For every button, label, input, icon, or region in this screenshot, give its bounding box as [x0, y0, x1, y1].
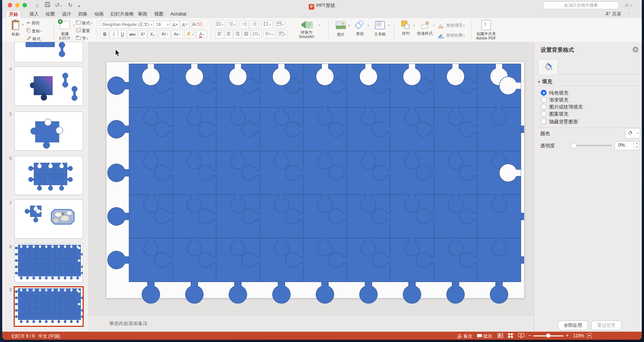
slide-thumbnail-7[interactable]	[14, 199, 83, 239]
apply-to-all-button[interactable]: 全部应用	[558, 321, 588, 330]
ribbon: ▾ 粘贴 ✂ 剪切 复制▾ 格式 + ▾ 新建幻灯片 版式▾ 重置 节▾ Den…	[2, 18, 642, 42]
clear-formatting-button[interactable]: A⌫	[192, 20, 202, 29]
comments-toggle-button[interactable]: 批注	[477, 333, 492, 339]
tab-home[interactable]: 开始	[6, 10, 21, 18]
tab-design[interactable]: 设计	[60, 10, 73, 18]
justify-button[interactable]	[242, 30, 251, 38]
layout-button[interactable]: 版式▾	[76, 20, 92, 26]
align-text-button[interactable]: ▾	[277, 30, 288, 38]
tab-slideshow[interactable]: 幻灯片放映	[108, 10, 136, 18]
font-color-button[interactable]: A▾	[196, 30, 207, 38]
arrange-button[interactable]: ▾ 排列	[398, 20, 414, 35]
tab-acrobat[interactable]: Acrobat	[168, 10, 188, 18]
zoom-level[interactable]: 119%	[573, 333, 584, 338]
align-center-button[interactable]	[224, 30, 233, 38]
search-input[interactable]: 在演示文稿中搜索	[543, 1, 619, 9]
align-left-button[interactable]	[215, 30, 224, 38]
hide-background-graphics-checkbox[interactable]: 隐藏背景图形	[541, 119, 578, 125]
decrease-font-size-button[interactable]: A▼	[180, 20, 190, 29]
transparency-stepper[interactable]: ▲▼	[634, 141, 640, 150]
tab-animations[interactable]: 动画	[92, 10, 106, 18]
gradient-fill-radio[interactable]: 渐变填充	[541, 97, 568, 103]
adobe-pdf-icon	[481, 20, 491, 30]
slide[interactable]	[106, 62, 524, 298]
strikethrough-button[interactable]: abe	[127, 30, 138, 38]
feedback-smiley-icon[interactable]: ☺▾	[624, 2, 631, 8]
new-slide-button[interactable]: + ▾ 新建幻灯片	[57, 20, 73, 40]
character-spacing-button[interactable]: AV▾	[159, 30, 171, 38]
font-size-select[interactable]: 18▾	[153, 21, 171, 28]
shape-outline-button[interactable]: 形状轮廓▾	[438, 33, 465, 38]
tab-view[interactable]: 视图	[152, 10, 166, 18]
puzzle-grid-graphic[interactable]	[107, 62, 524, 304]
italic-button[interactable]: I	[109, 30, 118, 38]
underline-button[interactable]: U	[118, 30, 127, 38]
notes-pane[interactable]: 单击此处添加备注	[88, 315, 534, 332]
subscript-button[interactable]: X₂	[148, 30, 157, 38]
cut-button[interactable]: ✂ 剪切	[27, 20, 39, 26]
shape-fill-button[interactable]: 形状填充▾	[438, 23, 465, 28]
fit-slide-to-window-button[interactable]	[587, 333, 592, 339]
textbox-button[interactable]: ▾ 文本框	[371, 20, 389, 36]
reset-button[interactable]: 重置	[76, 28, 90, 34]
divider	[328, 20, 329, 40]
align-right-button[interactable]	[233, 30, 242, 38]
font-name-select[interactable]: DengXian Regular (正文)▾	[100, 21, 155, 28]
copy-button[interactable]: 复制▾	[27, 28, 42, 34]
slide-thumbnail-4[interactable]	[14, 66, 83, 106]
transparency-slider-knob[interactable]	[571, 143, 577, 149]
language-indicator[interactable]: 中文 (中国)	[38, 333, 60, 339]
tab-draw[interactable]: 绘图	[44, 10, 57, 18]
slide-thumbnail-3-partial[interactable]	[14, 42, 83, 62]
increase-indent-button[interactable]	[249, 20, 259, 29]
bullets-button[interactable]: ▾	[215, 20, 225, 29]
transparency-slider-track[interactable]	[573, 145, 612, 146]
picture-button[interactable]: ▾ 图片	[333, 20, 349, 37]
line-spacing-button[interactable]: ▾	[261, 20, 273, 29]
normal-view-button[interactable]	[498, 333, 503, 339]
pattern-fill-radio[interactable]: 图案填充	[541, 111, 568, 117]
zoom-out-button[interactable]: −	[528, 332, 531, 338]
quick-styles-button[interactable]: ▾ 快速样式	[415, 20, 434, 35]
notes-placeholder[interactable]: 单击此处添加备注	[109, 320, 148, 327]
reset-background-button[interactable]: 重设背景	[591, 321, 622, 330]
superscript-button[interactable]: X²	[138, 30, 148, 38]
solid-fill-radio[interactable]: 纯色填充	[541, 90, 568, 96]
tab-transitions[interactable]: 切换	[76, 10, 90, 18]
transparency-value-field[interactable]: 0% ▲▼	[614, 141, 640, 150]
zoom-slider-knob[interactable]	[546, 334, 550, 338]
slide-sorter-view-button[interactable]	[508, 333, 513, 339]
tab-insert[interactable]: 插入	[27, 10, 41, 18]
numbering-button[interactable]: 12▾	[226, 20, 237, 29]
color-picker-button[interactable]: ▾	[625, 128, 640, 138]
paste-button[interactable]: ▾ 粘贴	[7, 20, 24, 36]
slideshow-view-button[interactable]	[518, 333, 524, 339]
slide-thumbnail-8[interactable]	[14, 243, 83, 283]
create-share-adobe-pdf-button[interactable]: 创建并共享Adobe PDF	[475, 20, 497, 40]
picture-texture-fill-radio[interactable]: 图片或纹理填充	[541, 104, 583, 110]
change-case-button[interactable]: Aa▾	[171, 30, 183, 38]
decrease-indent-button[interactable]	[240, 20, 249, 29]
share-button[interactable]: 共享 ⌃	[605, 11, 631, 17]
bold-button[interactable]: B	[100, 30, 109, 38]
slide-thumbnail-6[interactable]	[14, 156, 83, 195]
convert-smartart-button[interactable]: ▾ 转换为SmartArt	[292, 20, 321, 39]
section-button[interactable]: 节▾	[76, 36, 88, 41]
distribute-button[interactable]: ▾	[251, 30, 262, 38]
zoom-in-button[interactable]: +	[566, 332, 569, 338]
highlight-color-button[interactable]: ▾	[184, 30, 195, 38]
slide-thumbnail-5[interactable]	[14, 112, 83, 151]
increase-font-size-button[interactable]: A▲	[170, 20, 180, 29]
format-painter-button[interactable]: 格式	[27, 36, 41, 42]
shapes-button[interactable]: ▾ 形状	[352, 20, 368, 36]
tab-review[interactable]: 审阅	[136, 10, 149, 18]
close-panel-icon[interactable]: ✕	[633, 47, 638, 52]
fill-tab[interactable]	[538, 59, 558, 74]
fill-section-header[interactable]: ▼ 填充	[537, 78, 552, 85]
slide-thumbnail-9-selected[interactable]	[14, 286, 84, 327]
collapse-ribbon-icon[interactable]: ⌃	[628, 12, 631, 16]
slide-editing-canvas[interactable]	[88, 42, 534, 315]
notes-toggle-button[interactable]: 备注	[457, 333, 472, 339]
columns-button[interactable]: ▾	[274, 20, 285, 29]
text-direction-button[interactable]: A▾	[263, 30, 275, 38]
